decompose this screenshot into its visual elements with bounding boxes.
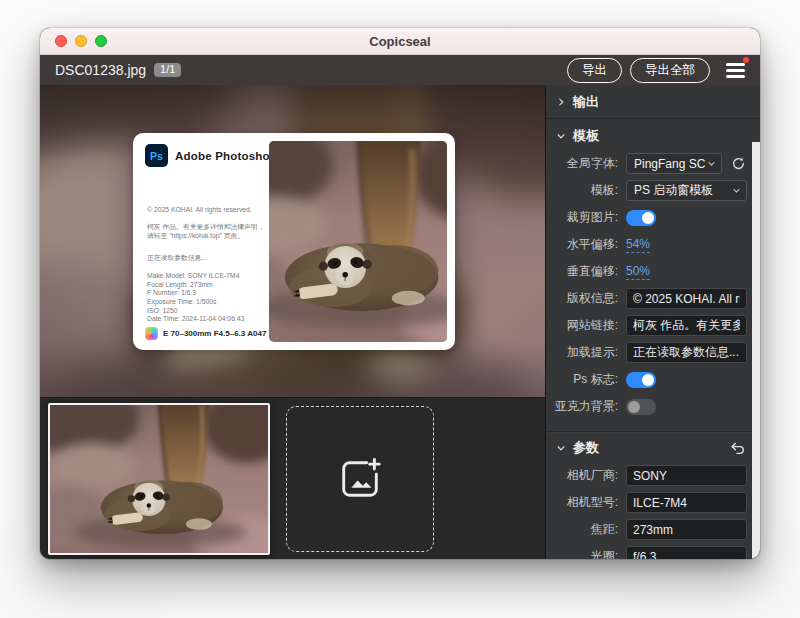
form-row-ps-logo: Ps 标志:: [552, 369, 747, 390]
lens-brand-icon: [145, 327, 158, 340]
acrylic-label: 亚克力背景:: [552, 398, 626, 415]
card-website-line1: 柯灰 作品。有关更多详情和法律声明，: [147, 223, 264, 232]
website-label: 网站链接:: [552, 317, 626, 334]
v-offset-value[interactable]: 50%: [626, 264, 650, 280]
acrylic-toggle[interactable]: [626, 399, 656, 415]
export-all-button[interactable]: 导出全部: [630, 58, 710, 83]
loading-input[interactable]: [626, 342, 747, 363]
card-app-name: Adobe Photoshop: [175, 150, 277, 162]
notification-dot: [743, 57, 749, 63]
lens-info-row: E 70–300mm F4.5–6.3 A047: [145, 327, 266, 340]
left-column: Ps Adobe Photoshop © 2025 KOHAI. All rig…: [40, 85, 545, 559]
photo-thumbnail-selected[interactable]: [48, 403, 270, 555]
window-title: Copicseal: [40, 34, 760, 49]
sidebar-scrollbar-track[interactable]: [752, 142, 760, 559]
camera-model-input[interactable]: [626, 492, 747, 513]
lens-info-text: E 70–300mm F4.5–6.3 A047: [163, 329, 266, 338]
form-row-crop: 裁剪图片:: [552, 207, 747, 228]
focal-length-label: 焦距:: [552, 521, 626, 538]
form-row-h-offset: 水平偏移: 54%: [552, 234, 747, 255]
watermark-card: Ps Adobe Photoshop © 2025 KOHAI. All rig…: [133, 133, 455, 350]
card-website-line2: 请转至 “https://kohai.top” 页面。: [147, 232, 264, 241]
zoom-window-button[interactable]: [95, 35, 107, 47]
refresh-fonts-button[interactable]: [729, 155, 747, 173]
aperture-label: 光圈:: [552, 548, 626, 559]
copyright-label: 版权信息:: [552, 290, 626, 307]
add-image-icon: [337, 456, 383, 502]
chevron-right-icon: [556, 97, 566, 107]
ps-logo-toggle[interactable]: [626, 372, 656, 388]
form-row-camera-make: 相机厂商:: [552, 465, 747, 486]
add-image-dropzone[interactable]: [286, 406, 434, 552]
photoshop-logo-icon: Ps: [145, 144, 168, 167]
form-row-loading: 加载提示:: [552, 342, 747, 363]
export-button[interactable]: 导出: [567, 58, 622, 83]
toggle-knob: [642, 374, 654, 386]
panel-header-output[interactable]: 输出: [546, 85, 760, 118]
ps-logo-row: Ps Adobe Photoshop: [145, 144, 277, 167]
h-offset-label: 水平偏移:: [552, 236, 626, 253]
exif-line: ISO: 1250: [147, 307, 244, 316]
exif-line: F Number: 1/6.3: [147, 289, 244, 298]
form-row-global-font: 全局字体: PingFang SC: [552, 153, 747, 174]
minimize-window-button[interactable]: [75, 35, 87, 47]
traffic-lights: [55, 35, 107, 47]
form-row-v-offset: 垂直偏移: 50%: [552, 261, 747, 282]
template-select[interactable]: PS 启动窗模板: [626, 180, 747, 201]
template-form: 全局字体: PingFang SC: [546, 152, 760, 431]
focal-length-input[interactable]: [626, 519, 747, 540]
chevron-down-icon: [556, 443, 566, 453]
card-loading-text: 正在读取参数信息...: [147, 254, 207, 263]
global-font-select[interactable]: PingFang SC: [626, 153, 722, 174]
loading-label: 加载提示:: [552, 344, 626, 361]
exif-line: Make Model: SONY ILCE-7M4: [147, 272, 244, 281]
h-offset-value[interactable]: 54%: [626, 237, 650, 253]
exif-line: Exposure Time: 1/500s: [147, 298, 244, 307]
card-exif-block: Make Model: SONY ILCE-7M4 Focal Length: …: [147, 272, 244, 324]
exif-line: Date Time: 2024-11-04 04:06:43: [147, 315, 244, 324]
undo-icon: [729, 441, 746, 455]
preview-canvas[interactable]: Ps Adobe Photoshop © 2025 KOHAI. All rig…: [40, 85, 545, 397]
aperture-input[interactable]: [626, 546, 747, 559]
hamburger-menu-button[interactable]: [726, 62, 746, 78]
card-website-text: 柯灰 作品。有关更多详情和法律声明， 请转至 “https://kohai.to…: [147, 223, 264, 240]
global-font-value: PingFang SC: [634, 157, 705, 171]
camera-make-label: 相机厂商:: [552, 467, 626, 484]
params-form: 相机厂商: 相机型号: 焦距: 光圈: 快门:: [546, 464, 760, 559]
hamburger-bar: [726, 63, 745, 66]
toggle-knob: [642, 212, 654, 224]
panel-title-template: 模板: [573, 127, 599, 145]
toggle-knob: [628, 401, 640, 413]
image-counter-badge: 1/1: [154, 63, 181, 77]
form-row-focal-length: 焦距:: [552, 519, 747, 540]
hamburger-bar: [726, 69, 745, 72]
panel-header-params[interactable]: 参数: [546, 431, 760, 464]
form-row-camera-model: 相机型号:: [552, 492, 747, 513]
panel-header-template[interactable]: 模板: [546, 119, 760, 152]
panel-title-params: 参数: [573, 439, 599, 457]
ps-logo-label: Ps 标志:: [552, 371, 626, 388]
form-row-acrylic: 亚克力背景:: [552, 396, 747, 417]
copyright-input[interactable]: [626, 288, 747, 309]
panel-title-output: 输出: [573, 93, 599, 111]
settings-sidebar: 输出 模板 全局字体: PingFang SC: [545, 85, 760, 559]
crop-toggle[interactable]: [626, 210, 656, 226]
crop-label: 裁剪图片:: [552, 209, 626, 226]
hamburger-bar: [726, 75, 745, 78]
toolbar: DSC01238.jpg 1/1 导出 导出全部: [40, 55, 760, 85]
template-label: 模板:: [552, 182, 626, 199]
reset-params-button[interactable]: [729, 441, 746, 455]
filmstrip: [40, 397, 545, 559]
chevron-down-icon: [707, 159, 716, 168]
camera-make-input[interactable]: [626, 465, 747, 486]
close-window-button[interactable]: [55, 35, 67, 47]
template-value: PS 启动窗模板: [634, 182, 713, 199]
website-input[interactable]: [626, 315, 747, 336]
titlebar: Copicseal: [40, 28, 760, 55]
form-row-template: 模板: PS 启动窗模板: [552, 180, 747, 201]
camera-model-label: 相机型号:: [552, 494, 626, 511]
form-row-website: 网站链接:: [552, 315, 747, 336]
chevron-down-icon: [732, 186, 741, 195]
content-area: Ps Adobe Photoshop © 2025 KOHAI. All rig…: [40, 85, 760, 559]
sync-icon: [731, 156, 746, 171]
